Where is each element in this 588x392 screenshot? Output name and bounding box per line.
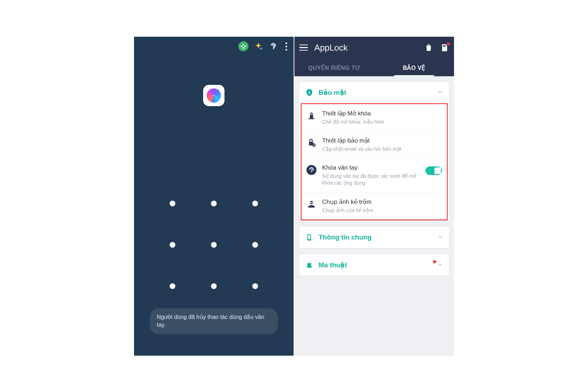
svg-rect-1: [309, 91, 310, 93]
card-title-security: Bảo mật: [319, 88, 432, 97]
device-icon: [305, 233, 314, 242]
item-unlock-settings[interactable]: Thiết lập Mở khóa Chế độ mở khóa: mẫu hì…: [301, 104, 447, 131]
app-bar: AppLock QUYỀN RIÊNG TƯ BẢO VỆ: [294, 37, 454, 76]
fingerprint-icon: [306, 165, 316, 175]
item-fingerprint-lock[interactable]: Khóa vân tay Sử dụng vân tay đã được xác…: [301, 158, 447, 192]
item-subtitle: Cập nhật email và câu hỏi bảo mật: [322, 146, 442, 153]
item-intruder-selfie[interactable]: Chụp ảnh kẻ trộm Chụp ảnh của kẻ trộm: [301, 192, 447, 220]
toast-message: Người dùng đã hủy thao tác dùng dấu vân …: [150, 308, 278, 334]
screenshot-pair: Người dùng đã hủy thao tác dùng dấu vân …: [134, 37, 454, 356]
pattern-dot[interactable]: [211, 283, 217, 289]
status-bar: [238, 41, 289, 52]
svg-rect-0: [443, 45, 446, 46]
item-title: Thiết lập bảo mật: [322, 137, 442, 144]
chevron-down-icon: [437, 261, 443, 269]
card-header-magic[interactable]: Ma thuật: [299, 254, 449, 276]
svg-rect-11: [308, 235, 310, 239]
pattern-dot[interactable]: [252, 242, 258, 248]
pattern-dot[interactable]: [170, 283, 175, 289]
settings-screen: AppLock QUYỀN RIÊNG TƯ BẢO VỆ: [294, 37, 454, 356]
fingerprint-icon[interactable]: [268, 41, 278, 51]
notification-dot: [433, 260, 436, 263]
card-magic: Ma thuật: [299, 254, 449, 276]
tab-privacy[interactable]: QUYỀN RIÊNG TƯ: [294, 59, 374, 76]
pattern-dot[interactable]: [170, 242, 175, 248]
intruder-icon: [306, 199, 316, 209]
svg-rect-3: [310, 115, 313, 118]
shield-icon: [305, 88, 314, 97]
svg-point-2: [309, 93, 310, 94]
item-subtitle: Sử dụng vân tay đã được xác minh để mở k…: [322, 173, 420, 186]
card-header-general[interactable]: Thông tin chung: [299, 227, 449, 248]
pattern-dot[interactable]: [170, 201, 175, 206]
lock-gear-icon: [306, 138, 316, 148]
theme-icon[interactable]: [440, 43, 449, 52]
card-security: Bảo mật Thiết lập Mở khóa Chế độ mở khóa…: [299, 82, 449, 220]
svg-rect-9: [310, 202, 313, 203]
pattern-dot[interactable]: [211, 242, 217, 248]
pattern-dot[interactable]: [252, 201, 258, 206]
messenger-icon: [207, 88, 221, 103]
item-subtitle: Chế độ mở khóa: mẫu hình: [322, 119, 442, 125]
pattern-pad[interactable]: [170, 201, 258, 289]
item-title: Chụp ảnh kẻ trộm: [322, 198, 442, 206]
card-title-general: Thông tin chung: [319, 233, 432, 241]
magic-hat-icon: [305, 261, 314, 269]
security-items-highlight: Thiết lập Mở khóa Chế độ mở khóa: mẫu hì…: [301, 103, 448, 220]
svg-rect-4: [309, 118, 314, 119]
card-general: Thông tin chung: [299, 227, 449, 248]
pattern-dot[interactable]: [252, 283, 258, 289]
item-title: Thiết lập Mở khóa: [322, 110, 442, 117]
sparkle-icon[interactable]: [253, 41, 263, 51]
menu-icon[interactable]: [299, 45, 308, 51]
content-area: Bảo mật Thiết lập Mở khóa Chế độ mở khóa…: [294, 76, 454, 356]
pattern-dot[interactable]: [211, 201, 217, 206]
chevron-up-icon: [437, 89, 443, 97]
fingerprint-toggle[interactable]: [425, 166, 442, 175]
card-header-security[interactable]: Bảo mật: [299, 82, 449, 103]
fan-icon[interactable]: [238, 41, 248, 51]
item-title: Khóa vân tay: [322, 164, 420, 171]
tabs: QUYỀN RIÊNG TƯ BẢO VỆ: [294, 59, 454, 76]
tab-protect[interactable]: BẢO VỆ: [374, 59, 454, 76]
lock-screen: Người dùng đã hủy thao tác dùng dấu vân …: [134, 37, 294, 356]
locked-app-icon: [203, 85, 225, 106]
lock-settings-icon: [306, 110, 316, 120]
chevron-down-icon: [437, 233, 443, 241]
more-menu-icon[interactable]: [283, 41, 289, 52]
item-security-settings[interactable]: Thiết lập bảo mật Cập nhật email và câu …: [301, 131, 447, 158]
card-title-magic: Ma thuật: [319, 261, 432, 269]
svg-point-7: [313, 145, 315, 146]
notification-dot: [447, 42, 450, 45]
page-title: AppLock: [314, 43, 418, 53]
svg-point-14: [306, 266, 312, 268]
item-subtitle: Chụp ảnh của kẻ trộm: [322, 207, 442, 214]
shop-icon[interactable]: [424, 43, 433, 52]
